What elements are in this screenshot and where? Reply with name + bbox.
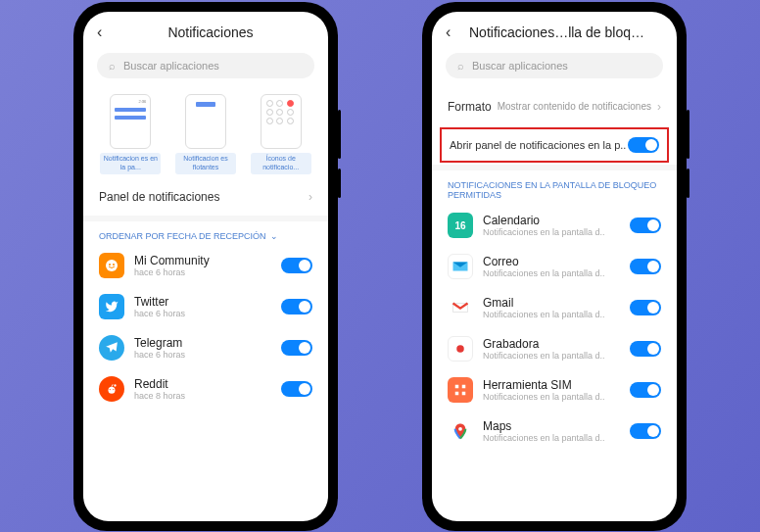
app-name: Herramienta SIM — [483, 378, 620, 392]
calendar-icon: 16 — [448, 213, 473, 238]
phone-left: ‹ Notificaciones ⌕ Buscar aplicaciones 2… — [73, 2, 338, 531]
app-meta: Calendario Notificaciones en la pantalla… — [483, 214, 620, 237]
app-meta: Grabadora Notificaciones en la pantalla … — [483, 337, 620, 361]
option-label: Notificacion es flotantes — [175, 153, 236, 174]
option-floating[interactable]: Notificacion es flotantes — [172, 94, 240, 174]
panel-link-label: Panel de notificaciones — [99, 190, 219, 204]
search-icon: ⌕ — [109, 60, 116, 72]
app-sub: Notificaciones en la pantalla d.. — [483, 268, 620, 278]
app-row[interactable]: Grabadora Notificaciones en la pantalla … — [432, 328, 677, 369]
toggle[interactable] — [630, 423, 661, 439]
app-row[interactable]: Mi Community hace 6 horas — [83, 245, 328, 286]
svg-point-1 — [109, 264, 111, 266]
svg-point-4 — [110, 389, 111, 390]
toggle[interactable] — [630, 218, 661, 233]
app-row[interactable]: Maps Notificaciones en la pantalla d.. — [432, 411, 677, 452]
telegram-icon — [99, 335, 124, 361]
toggle[interactable] — [630, 259, 661, 274]
option-thumb — [185, 94, 226, 149]
app-name: Reddit — [134, 377, 271, 391]
svg-point-3 — [109, 387, 116, 394]
page-title: Notificaciones — [120, 24, 301, 40]
toggle[interactable] — [628, 137, 659, 153]
search-icon: ⌕ — [457, 60, 464, 72]
app-sub: Notificaciones en la pantalla d.. — [483, 351, 620, 361]
search-input[interactable]: ⌕ Buscar aplicaciones — [446, 53, 663, 78]
app-meta: Correo Notificaciones en la pantalla d.. — [483, 255, 620, 278]
svg-rect-8 — [455, 385, 459, 389]
volume-button — [687, 110, 689, 159]
page-title: Notificaciones…lla de bloqueo — [469, 24, 649, 40]
svg-point-0 — [106, 260, 118, 271]
app-row[interactable]: 16 Calendario Notificaciones en la panta… — [432, 205, 677, 246]
svg-rect-10 — [455, 392, 459, 396]
notification-style-options: 2:36 Notificacion es en la pa... Notific… — [83, 88, 328, 178]
volume-button — [338, 110, 341, 159]
maps-icon — [448, 418, 473, 444]
option-label: Notificacion es en la pa... — [100, 153, 161, 174]
app-row[interactable]: Correo Notificaciones en la pantalla d.. — [432, 246, 677, 287]
screen-right: ‹ Notificaciones…lla de bloqueo ⌕ Buscar… — [432, 12, 677, 521]
reddit-icon — [99, 376, 124, 402]
toggle[interactable] — [630, 300, 661, 315]
sim-icon — [448, 377, 473, 403]
format-value: Mostrar contenido de notificaciones — [498, 101, 651, 112]
toggle[interactable] — [630, 341, 661, 357]
app-name: Mi Community — [134, 254, 271, 267]
format-label: Formato — [448, 100, 492, 114]
toggle[interactable] — [281, 340, 312, 356]
section-label: NOTIFICACIONES EN LA PANTALLA DE BLOQUEO… — [432, 170, 677, 206]
app-name: Twitter — [134, 295, 271, 309]
toggle[interactable] — [281, 258, 312, 273]
app-meta: Maps Notificaciones en la pantalla d.. — [483, 419, 620, 443]
svg-point-7 — [456, 345, 464, 353]
toggle[interactable] — [281, 299, 312, 314]
chevron-down-icon: ⌄ — [270, 231, 278, 242]
svg-point-5 — [113, 389, 114, 390]
svg-point-12 — [458, 427, 462, 431]
app-row[interactable]: Telegram hace 6 horas — [83, 327, 328, 368]
power-button — [687, 169, 689, 198]
option-thumb: 2:36 — [110, 94, 151, 149]
option-badges[interactable]: Íconos de notificacio... — [247, 94, 314, 174]
mail-icon — [448, 254, 473, 279]
phone-right: ‹ Notificaciones…lla de bloqueo ⌕ Buscar… — [422, 2, 687, 531]
back-icon[interactable]: ‹ — [446, 24, 459, 41]
app-sub: Notificaciones en la pantalla d.. — [483, 227, 620, 237]
section-label[interactable]: ORDENAR POR FECHA DE RECEPCIÓN ⌄ — [83, 221, 328, 246]
app-row[interactable]: Twitter hace 6 horas — [83, 286, 328, 327]
app-meta: Herramienta SIM Notificaciones en la pan… — [483, 378, 620, 402]
svg-rect-11 — [462, 392, 466, 396]
open-panel-label: Abrir panel de notificaciones en la p.. — [450, 139, 628, 151]
screen-left: ‹ Notificaciones ⌕ Buscar aplicaciones 2… — [83, 12, 328, 521]
mi-community-icon — [99, 253, 124, 278]
app-meta: Telegram hace 6 horas — [134, 336, 271, 360]
panel-link[interactable]: Panel de notificaciones › — [83, 178, 328, 216]
search-placeholder: Buscar aplicaciones — [123, 60, 219, 72]
app-name: Maps — [483, 419, 620, 433]
option-lockscreen[interactable]: 2:36 Notificacion es en la pa... — [97, 94, 165, 174]
app-name: Gmail — [483, 296, 620, 310]
app-row[interactable]: Herramienta SIM Notificaciones en la pan… — [432, 369, 677, 411]
back-icon[interactable]: ‹ — [97, 24, 111, 41]
app-name: Telegram — [134, 336, 271, 350]
app-sub: hace 6 horas — [134, 350, 271, 360]
toggle[interactable] — [630, 382, 661, 398]
header: ‹ Notificaciones…lla de bloqueo — [432, 12, 677, 49]
app-meta: Gmail Notificaciones en la pantalla d.. — [483, 296, 620, 319]
app-sub: hace 6 horas — [134, 267, 271, 277]
power-button — [338, 169, 341, 198]
search-input[interactable]: ⌕ Buscar aplicaciones — [97, 53, 314, 78]
option-thumb — [261, 94, 302, 149]
toggle[interactable] — [281, 381, 312, 397]
format-link[interactable]: Formato Mostrar contenido de notificacio… — [432, 88, 677, 125]
search-placeholder: Buscar aplicaciones — [472, 60, 568, 72]
open-panel-toggle-row[interactable]: Abrir panel de notificaciones en la p.. — [440, 127, 669, 163]
app-name: Calendario — [483, 214, 620, 227]
app-meta: Twitter hace 6 horas — [134, 295, 271, 318]
gmail-icon — [448, 295, 473, 320]
app-row[interactable]: Reddit hace 8 horas — [83, 368, 328, 410]
app-row[interactable]: Gmail Notificaciones en la pantalla d.. — [432, 287, 677, 328]
app-sub: Notificaciones en la pantalla d.. — [483, 433, 620, 443]
app-name: Correo — [483, 255, 620, 268]
